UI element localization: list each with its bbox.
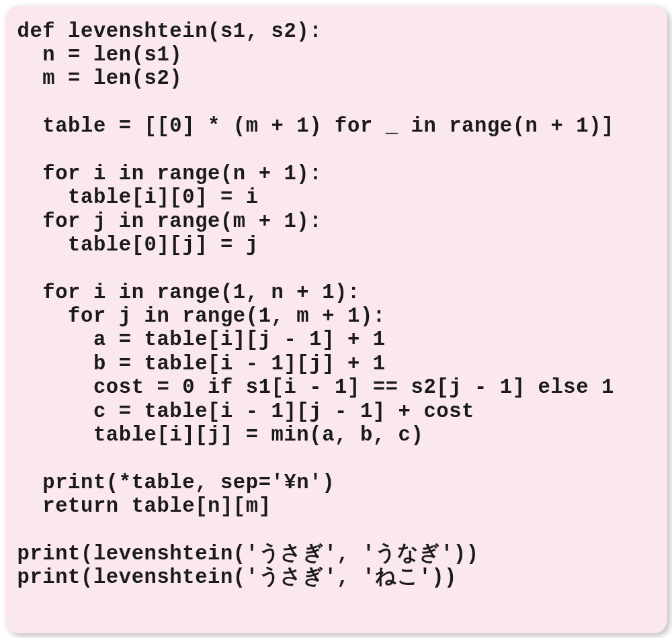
code-content: def levenshtein(s1, s2): n = len(s1) m =… xyxy=(17,20,655,590)
code-block: def levenshtein(s1, s2): n = len(s1) m =… xyxy=(5,5,667,633)
